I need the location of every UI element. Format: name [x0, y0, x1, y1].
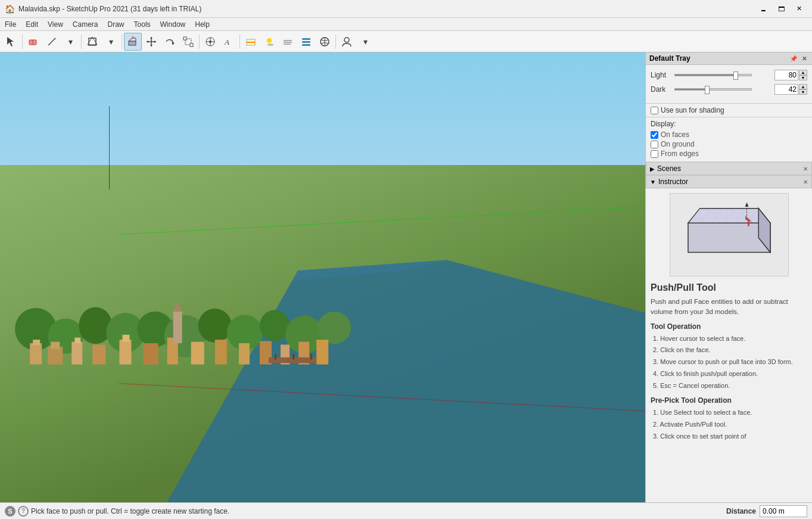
- menu-help[interactable]: Help: [190, 19, 214, 30]
- menu-camera[interactable]: Camera: [68, 19, 103, 30]
- statusbar: S ? Pick face to push or pull. Ctrl = to…: [0, 502, 812, 519]
- scenes-close-icon[interactable]: ✕: [803, 166, 808, 172]
- tray-pin-button[interactable]: 📌: [789, 54, 798, 63]
- svg-point-38: [344, 38, 349, 42]
- from-edges-checkbox[interactable]: [651, 150, 658, 158]
- svg-rect-57: [74, 337, 80, 343]
- svg-line-3: [48, 38, 55, 45]
- text-tool-button[interactable]: A: [220, 33, 238, 51]
- toolbar-separator-6: [335, 35, 336, 49]
- menu-window[interactable]: Window: [155, 19, 191, 30]
- dark-value-input[interactable]: 42: [774, 84, 798, 95]
- instructor-description: Push and pull Face entities to add or su…: [651, 297, 807, 318]
- tag-tool-button[interactable]: [297, 33, 315, 51]
- svg-rect-7: [129, 41, 136, 45]
- account-button[interactable]: [338, 33, 356, 51]
- distance-section: Distance 0.00 m: [726, 505, 807, 517]
- viewport[interactable]: [0, 52, 645, 502]
- pre-pick-op-1: 1. Use Select tool to select a face.: [653, 407, 807, 419]
- op-2: 2. Click on the face.: [653, 344, 807, 356]
- move-tool-button[interactable]: [142, 33, 160, 51]
- fog-tool-button[interactable]: [279, 33, 297, 51]
- scenes-label: Scenes: [657, 164, 681, 173]
- dark-increment-button[interactable]: ▲: [799, 84, 807, 89]
- line-tool-button[interactable]: [43, 33, 61, 51]
- main-area: Default Tray 📌 ✕ Light 80 ▲: [0, 52, 812, 502]
- svg-marker-13: [150, 37, 153, 39]
- menu-draw[interactable]: Draw: [103, 19, 129, 30]
- light-increment-button[interactable]: ▲: [799, 70, 807, 75]
- shape-tool-button[interactable]: [83, 33, 101, 51]
- rotate-tool-button[interactable]: [161, 33, 179, 51]
- svg-point-49: [260, 310, 290, 341]
- close-button[interactable]: ✕: [791, 2, 807, 15]
- maximize-button[interactable]: 🗖: [773, 2, 789, 15]
- shadows-tool-button[interactable]: [260, 33, 278, 51]
- pre-pick-op-3: 3. Click once to set start point of: [653, 431, 807, 443]
- section-tool-button[interactable]: [242, 33, 260, 51]
- svg-marker-0: [7, 37, 14, 46]
- tray-controls: 📌 ✕: [789, 54, 808, 63]
- select-tool-button[interactable]: [2, 33, 20, 51]
- eraser-tool-button[interactable]: [24, 33, 42, 51]
- line-dropdown-button[interactable]: ▾: [61, 33, 79, 51]
- sun-shading-row: Use sun for shading: [646, 104, 812, 117]
- titlebar: 🏠 Malavida.skp - SketchUp Pro 2021 (31 d…: [0, 0, 812, 18]
- tray-title: Default Tray: [649, 54, 690, 63]
- sun-shading-checkbox[interactable]: [651, 107, 658, 114]
- menu-edit[interactable]: Edit: [21, 19, 43, 30]
- svg-marker-71: [173, 300, 182, 311]
- tape-tool-button[interactable]: [201, 33, 219, 51]
- distance-input[interactable]: 0.00 m: [760, 505, 807, 517]
- tray-close-button[interactable]: ✕: [800, 54, 808, 63]
- scenes-arrow-icon: ▶: [650, 166, 655, 172]
- toolbar-separator-3: [122, 35, 122, 49]
- toolbar-separator-2: [81, 35, 82, 49]
- svg-rect-5: [89, 38, 96, 45]
- extension-tool-button[interactable]: [316, 33, 334, 51]
- svg-rect-64: [215, 340, 227, 365]
- svg-rect-58: [92, 344, 105, 364]
- toolbar-separator-5: [239, 35, 240, 49]
- menu-view[interactable]: View: [43, 19, 68, 30]
- menu-file[interactable]: File: [0, 19, 21, 30]
- svg-rect-34: [302, 41, 310, 43]
- scenes-title: ▶ Scenes: [650, 164, 681, 173]
- light-slider[interactable]: [674, 74, 752, 76]
- svg-rect-65: [239, 343, 250, 365]
- svg-marker-16: [154, 41, 156, 43]
- instructor-section-header[interactable]: ▼ Instructor ✕: [646, 175, 812, 188]
- menu-tools[interactable]: Tools: [129, 19, 155, 30]
- from-edges-label: From edges: [661, 150, 699, 158]
- on-faces-label: On faces: [661, 130, 689, 139]
- account-dropdown-button[interactable]: ▾: [356, 33, 374, 51]
- dark-row: Dark 42 ▲ ▼: [651, 84, 807, 95]
- svg-marker-10: [132, 36, 134, 38]
- instructor-close-icon[interactable]: ✕: [803, 179, 808, 185]
- minimize-button[interactable]: 🗕: [755, 2, 771, 15]
- default-tray-header: Default Tray 📌 ✕: [646, 52, 812, 65]
- dark-slider[interactable]: [674, 88, 752, 91]
- on-ground-checkbox[interactable]: [651, 141, 658, 148]
- svg-point-29: [267, 43, 273, 46]
- light-decrement-button[interactable]: ▼: [799, 75, 807, 80]
- instructor-arrow-icon: ▼: [650, 179, 656, 185]
- light-value-input[interactable]: 80: [774, 70, 798, 80]
- push-pull-tool-button[interactable]: [124, 33, 142, 51]
- status-help-icon[interactable]: ?: [18, 506, 29, 517]
- svg-marker-8: [129, 38, 136, 41]
- svg-rect-35: [302, 44, 310, 46]
- shape-dropdown-button[interactable]: ▾: [102, 33, 120, 51]
- on-faces-checkbox[interactable]: [651, 131, 658, 139]
- blue-axis-line: [109, 106, 110, 189]
- scenes-section-header[interactable]: ▶ Scenes ✕: [646, 162, 812, 175]
- dark-spin-controls: ▲ ▼: [799, 84, 807, 95]
- instructor-illustration: [670, 193, 789, 276]
- toolbar-separator-1: [22, 35, 23, 49]
- scale-tool-button[interactable]: [179, 33, 197, 51]
- dark-decrement-button[interactable]: ▼: [799, 89, 807, 95]
- svg-point-51: [318, 311, 351, 344]
- dark-label: Dark: [651, 85, 674, 94]
- svg-rect-19: [183, 37, 186, 40]
- svg-rect-56: [71, 341, 82, 364]
